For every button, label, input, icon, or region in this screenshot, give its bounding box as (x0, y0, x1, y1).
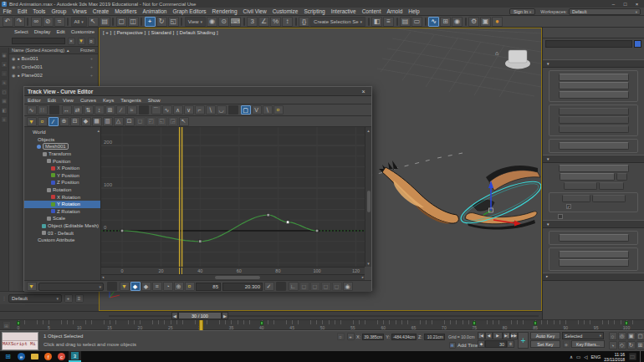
explorer-preset-dropdown[interactable]: Default (8, 294, 62, 303)
taskbar-edge-icon[interactable]: e (15, 351, 28, 362)
menu-item[interactable]: Civil View (240, 8, 269, 14)
zoom-region-curve-icon[interactable]: ◻ (321, 282, 331, 291)
buffer-snap-icon[interactable]: ◰ (146, 117, 156, 126)
curve-keyframe[interactable] (267, 213, 270, 217)
dont-affect-children-button[interactable] (559, 234, 629, 242)
workspace-dropdown[interactable]: Default (569, 8, 641, 15)
tree-item-rotation[interactable]: Rotation (24, 186, 100, 194)
time-slider-grip[interactable]: ◀ 30 / 100 ▶ (171, 312, 228, 319)
curve-editor-menu-item[interactable]: Curves (77, 98, 100, 103)
curve-editor-icon[interactable]: ∿ (428, 17, 439, 27)
menu-item[interactable]: Create (89, 8, 112, 14)
minimize-button[interactable]: – (608, 2, 619, 7)
angle-snap-icon[interactable]: ∠ (258, 17, 269, 27)
graph-vertical-scrollbar[interactable]: ▴ ▾ (365, 127, 371, 267)
curve-editor-titlebar[interactable]: Track View - Curve Editor × (24, 87, 371, 96)
taskbar-3dsmax-icon[interactable]: 3 (69, 351, 81, 362)
field-of-view-icon[interactable]: ◔ (609, 341, 617, 349)
align-to-world-button[interactable] (559, 125, 629, 133)
menu-item[interactable]: Customize (269, 8, 301, 14)
explorer-item-box001[interactable]: ◉ ● Box001 + (0, 54, 98, 63)
stack-icon[interactable]: ≡ (152, 282, 162, 291)
key-filter-icon[interactable]: ◆ (563, 340, 570, 348)
curve-editor-menu-item[interactable]: Show (145, 98, 164, 103)
graph-time-ruler[interactable]: 020406080100120 (101, 267, 365, 274)
reset-transform-button[interactable] (559, 251, 629, 258)
buffer-swap-icon[interactable]: ◱ (157, 117, 167, 126)
time-configuration-icon[interactable]: ¤ (507, 340, 514, 348)
explorer-display-cameras-icon[interactable]: ▢ (1, 89, 8, 95)
function-curve-graph[interactable]: 2001000 (101, 127, 365, 267)
curve-keyframe[interactable] (120, 229, 124, 232)
menu-item[interactable]: Modifiers (112, 8, 140, 14)
explorer-display-lights-icon[interactable]: ☀ (1, 79, 8, 86)
visibility-eye-icon[interactable]: ◉ (12, 56, 15, 61)
select-and-link-icon[interactable]: ∞ (31, 17, 42, 27)
unlink-selection-icon[interactable]: ⊘ (43, 17, 54, 27)
tangents-linear-icon[interactable]: ∖ (206, 105, 216, 115)
lock-key-icon[interactable]: ¤ (185, 282, 195, 291)
explorer-search-input[interactable] (12, 38, 65, 44)
tree-item-y-rotation[interactable]: Y Rotation (24, 201, 100, 208)
move-key-icon[interactable]: ⊟ (70, 117, 80, 126)
key-value-field[interactable]: 20.300 (222, 283, 263, 291)
viewport-label-segment[interactable]: [ Perspective ] (114, 30, 146, 35)
scroll-right-icon[interactable]: ▸ (362, 275, 364, 279)
redo-icon[interactable]: ↷ (14, 17, 25, 27)
explorer-display-geometry-icon[interactable]: ● (1, 61, 8, 68)
bind-to-space-warp-icon[interactable]: ≈ (54, 17, 65, 27)
selection-set-dropdown[interactable]: Selected (562, 332, 604, 339)
object-name-field[interactable] (545, 40, 632, 48)
curve-keyframe[interactable] (315, 229, 319, 232)
add-key-small-icon[interactable]: ⊕ (174, 282, 184, 291)
tree-item-objects[interactable]: Objects (24, 136, 100, 144)
selection-region-icon[interactable]: ▢ (116, 17, 127, 27)
zoom-value-extents-icon[interactable]: ◻ (310, 282, 320, 291)
scroll-down-icon[interactable]: ▾ (367, 260, 370, 267)
tree-item-x-position[interactable]: X Position (24, 165, 100, 172)
scrollbar-thumb[interactable] (215, 276, 260, 279)
select-and-move-icon[interactable]: + (145, 17, 156, 27)
next-frame-button[interactable]: ▶ (222, 312, 228, 319)
zoom-extents-icon[interactable]: ▣ (627, 332, 636, 340)
taskbar-firefox-icon[interactable]: f (42, 351, 54, 362)
graph-time-marker[interactable] (181, 268, 182, 274)
show-desktop-button[interactable] (640, 351, 642, 362)
key-all-icon[interactable]: ◆ (141, 282, 151, 291)
add-key-icon[interactable]: ⊕ (59, 117, 69, 126)
explorer-display-shapes-icon[interactable]: ○ (1, 70, 8, 77)
bird-model[interactable] (379, 161, 540, 230)
select-by-cursor-icon[interactable]: ↖ (179, 117, 189, 126)
tree-item-transform[interactable]: Transform (24, 150, 100, 158)
tray-expand-icon[interactable]: ∧ (570, 354, 573, 359)
keyboard-shortcut-override-icon[interactable]: ⌨ (230, 17, 241, 27)
previous-frame-button[interactable]: ◀ (485, 332, 493, 339)
orbit-icon[interactable]: ↻ (627, 341, 636, 349)
schematic-view-icon[interactable]: ⊞ (440, 17, 451, 27)
region-tool-icon[interactable]: ▦ (92, 117, 102, 126)
reset-scale-button[interactable] (559, 259, 629, 267)
lock-tangents-icon[interactable]: ¤ (273, 105, 284, 115)
move-keys-icon[interactable]: ↔ (62, 105, 72, 115)
affect-hierarchy-only-button[interactable] (559, 91, 629, 99)
lock-keys-icon[interactable]: ¤ (38, 117, 48, 126)
tangents-smooth-icon[interactable]: ◡ (217, 105, 227, 115)
tray-icon-1[interactable]: ▭ (576, 354, 580, 359)
tangents-fast-icon[interactable]: ∧ (173, 105, 183, 115)
graph-time-marker[interactable] (179, 268, 180, 274)
reset-pivot-button[interactable] (559, 142, 629, 150)
spinner-snap-icon[interactable]: ↕ (282, 17, 293, 27)
menu-item[interactable]: Edit (14, 8, 29, 14)
rollout-skin-pose[interactable]: ▸ (543, 273, 644, 281)
rendered-frame-window-icon[interactable]: ▣ (480, 17, 491, 27)
preset-options-button[interactable]: ≡ (75, 294, 84, 303)
maximize-viewport-icon[interactable]: ⊞ (636, 341, 644, 349)
viewcube[interactable]: ⌂ (495, 50, 530, 69)
key-mode-toggle[interactable]: ◆ (478, 340, 485, 348)
draw-curve-icon[interactable]: ∕ (49, 117, 59, 126)
align-to-view-checkbox[interactable]: ✓ (566, 204, 636, 209)
go-to-start-button[interactable]: |◀ (478, 332, 485, 339)
explorer-clear-search-icon[interactable]: × (68, 38, 75, 45)
select-object-icon[interactable]: ↖ (88, 17, 99, 27)
reset-working-pivot-button[interactable] (599, 182, 624, 190)
